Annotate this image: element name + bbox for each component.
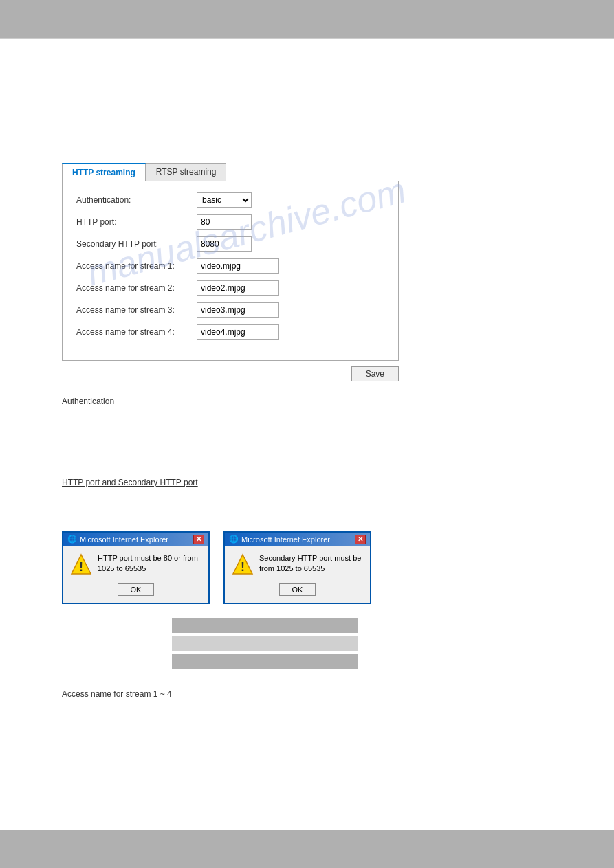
section3-text4	[62, 757, 552, 770]
stream4-input[interactable]	[197, 324, 279, 340]
stream3-row: Access name for stream 3:	[76, 302, 384, 318]
bottom-bar	[0, 830, 614, 868]
dialog1-body: ! HTTP port must be 80 or from 1025 to 6…	[63, 546, 208, 579]
save-btn-row: Save	[62, 366, 399, 381]
auth-select[interactable]: basic digest	[197, 192, 252, 208]
form-panel: Authentication: basic digest HTTP port: …	[62, 181, 399, 361]
gray-block-1	[172, 618, 358, 633]
section3-text3	[62, 739, 552, 752]
auth-label: Authentication:	[76, 195, 197, 205]
tab-http[interactable]: HTTP streaming	[62, 163, 146, 181]
stream1-label: Access name for stream 1:	[76, 261, 197, 271]
stream4-label: Access name for stream 4:	[76, 327, 197, 337]
section1-text2	[62, 429, 552, 442]
dialog1: 🌐 Microsoft Internet Explorer ✕ ! HTTP p…	[62, 531, 210, 604]
main-content: manualsarchive.com HTTP streaming RTSP s…	[0, 39, 614, 839]
gray-block-3	[172, 654, 358, 669]
dialog1-title-left: 🌐 Microsoft Internet Explorer	[67, 535, 168, 544]
dialog2-title-icon: 🌐	[229, 535, 239, 544]
section2-title: HTTP port and Secondary HTTP port	[62, 478, 198, 487]
section1-text3	[62, 446, 552, 459]
tabs-container: HTTP streaming RTSP streaming	[62, 163, 552, 181]
dialog2: 🌐 Microsoft Internet Explorer ✕ ! Second…	[223, 531, 371, 604]
dialog2-body: ! Secondary HTTP port must be from 1025 …	[225, 546, 370, 579]
save-button[interactable]: Save	[351, 366, 399, 381]
dialog2-ok-button[interactable]: OK	[279, 583, 316, 596]
stream3-label: Access name for stream 3:	[76, 305, 197, 315]
section2-text1	[62, 493, 552, 506]
stream4-row: Access name for stream 4:	[76, 324, 384, 340]
secondary-http-port-row: Secondary HTTP port:	[76, 236, 384, 252]
dialog1-titlebar: 🌐 Microsoft Internet Explorer ✕	[63, 533, 208, 546]
dialog2-close-btn[interactable]: ✕	[355, 535, 366, 544]
http-port-label: HTTP port:	[76, 217, 197, 227]
secondary-http-port-label: Secondary HTTP port:	[76, 239, 197, 249]
section1-text1	[62, 412, 552, 425]
section3-text1	[62, 704, 552, 717]
dialog2-warning-icon: !	[232, 553, 254, 575]
dialog2-title-left: 🌐 Microsoft Internet Explorer	[229, 535, 330, 544]
http-port-input[interactable]	[197, 214, 252, 230]
stream3-input[interactable]	[197, 302, 279, 318]
stream1-row: Access name for stream 1:	[76, 258, 384, 274]
tab-rtsp[interactable]: RTSP streaming	[146, 163, 227, 181]
dialog1-title-text: Microsoft Internet Explorer	[80, 535, 168, 544]
section3-text2	[62, 722, 552, 735]
section1-title: Authentication	[62, 397, 114, 406]
stream2-row: Access name for stream 2:	[76, 280, 384, 296]
http-port-row: HTTP port:	[76, 214, 384, 230]
gray-placeholder-area	[172, 618, 552, 669]
auth-row: Authentication: basic digest	[76, 192, 384, 208]
section3-text7	[62, 808, 552, 821]
dialog2-title-text: Microsoft Internet Explorer	[241, 535, 330, 544]
dialog2-footer: OK	[225, 579, 370, 603]
dialog1-warning-icon: !	[70, 553, 92, 575]
top-bar	[0, 0, 614, 38]
stream2-label: Access name for stream 2:	[76, 283, 197, 293]
section3-text6	[62, 791, 552, 804]
section2-text2	[62, 510, 552, 523]
svg-text:!: !	[79, 560, 83, 574]
gray-block-2	[172, 636, 358, 651]
dialog1-footer: OK	[63, 579, 208, 603]
section3-title: Access name for stream 1 ~ 4	[62, 689, 172, 699]
dialog1-close-btn[interactable]: ✕	[193, 535, 204, 544]
secondary-http-port-input[interactable]	[197, 236, 252, 252]
section3-text5	[62, 774, 552, 787]
dialogs-row: 🌐 Microsoft Internet Explorer ✕ ! HTTP p…	[62, 531, 552, 604]
dialog2-titlebar: 🌐 Microsoft Internet Explorer ✕	[225, 533, 370, 546]
dialog2-message: Secondary HTTP port must be from 1025 to…	[259, 553, 363, 575]
dialog1-title-icon: 🌐	[67, 535, 77, 544]
stream2-input[interactable]	[197, 280, 279, 296]
stream1-input[interactable]	[197, 258, 279, 274]
dialog1-message: HTTP port must be 80 or from 1025 to 655…	[98, 553, 201, 575]
svg-text:!: !	[241, 560, 245, 574]
dialog1-ok-button[interactable]: OK	[118, 583, 155, 596]
